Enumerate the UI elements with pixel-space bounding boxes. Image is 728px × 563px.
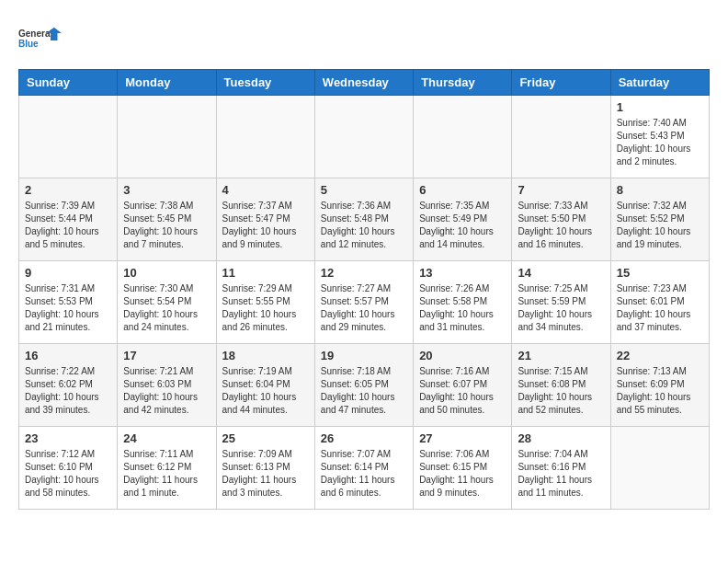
logo-svg: General Blue [18, 18, 64, 60]
calendar-day-cell: 10Sunrise: 7:30 AM Sunset: 5:54 PM Dayli… [118, 261, 216, 344]
day-info: Sunrise: 7:27 AM Sunset: 5:57 PM Dayligh… [321, 282, 407, 334]
calendar-week-row: 1Sunrise: 7:40 AM Sunset: 5:43 PM Daylig… [19, 96, 710, 178]
calendar-week-row: 9Sunrise: 7:31 AM Sunset: 5:53 PM Daylig… [19, 261, 710, 344]
weekday-header-tuesday: Tuesday [216, 70, 314, 96]
day-info: Sunrise: 7:19 AM Sunset: 6:04 PM Dayligh… [222, 365, 309, 417]
calendar-day-cell: 14Sunrise: 7:25 AM Sunset: 5:59 PM Dayli… [512, 261, 610, 344]
day-number: 9 [25, 266, 111, 280]
day-info: Sunrise: 7:11 AM Sunset: 6:12 PM Dayligh… [123, 448, 210, 500]
day-number: 16 [25, 349, 111, 362]
day-number: 10 [123, 266, 210, 280]
day-number: 13 [419, 266, 506, 280]
day-number: 24 [123, 431, 210, 445]
day-info: Sunrise: 7:04 AM Sunset: 6:16 PM Dayligh… [518, 448, 604, 500]
logo: General Blue [18, 18, 64, 60]
day-info: Sunrise: 7:06 AM Sunset: 6:15 PM Dayligh… [419, 448, 506, 500]
day-number: 8 [617, 183, 703, 197]
calendar-day-cell: 23Sunrise: 7:12 AM Sunset: 6:10 PM Dayli… [19, 427, 118, 510]
calendar-day-cell: 27Sunrise: 7:06 AM Sunset: 6:15 PM Dayli… [414, 427, 512, 510]
calendar-day-cell: 3Sunrise: 7:38 AM Sunset: 5:45 PM Daylig… [118, 178, 216, 261]
day-number: 6 [419, 183, 506, 197]
weekday-header-friday: Friday [512, 70, 610, 96]
calendar-day-cell: 6Sunrise: 7:35 AM Sunset: 5:49 PM Daylig… [414, 178, 512, 261]
day-info: Sunrise: 7:12 AM Sunset: 6:10 PM Dayligh… [25, 448, 111, 500]
weekday-header-monday: Monday [118, 70, 216, 96]
calendar-day-cell: 1Sunrise: 7:40 AM Sunset: 5:43 PM Daylig… [610, 96, 709, 178]
calendar-day-cell: 4Sunrise: 7:37 AM Sunset: 5:47 PM Daylig… [216, 178, 314, 261]
day-number: 15 [617, 266, 703, 280]
calendar-day-cell: 18Sunrise: 7:19 AM Sunset: 6:04 PM Dayli… [216, 344, 314, 427]
calendar-day-cell: 19Sunrise: 7:18 AM Sunset: 6:05 PM Dayli… [314, 344, 413, 427]
calendar-day-cell: 24Sunrise: 7:11 AM Sunset: 6:12 PM Dayli… [118, 427, 216, 510]
day-number: 17 [123, 349, 210, 362]
calendar-week-row: 16Sunrise: 7:22 AM Sunset: 6:02 PM Dayli… [19, 344, 710, 427]
calendar-day-cell [216, 96, 314, 178]
day-number: 28 [518, 431, 604, 445]
day-number: 22 [617, 349, 703, 362]
calendar-day-cell: 2Sunrise: 7:39 AM Sunset: 5:44 PM Daylig… [19, 178, 118, 261]
day-info: Sunrise: 7:31 AM Sunset: 5:53 PM Dayligh… [25, 282, 111, 334]
calendar-day-cell [512, 96, 610, 178]
calendar-day-cell: 22Sunrise: 7:13 AM Sunset: 6:09 PM Dayli… [610, 344, 709, 427]
weekday-header-thursday: Thursday [414, 70, 512, 96]
day-info: Sunrise: 7:09 AM Sunset: 6:13 PM Dayligh… [222, 448, 309, 500]
calendar-day-cell: 25Sunrise: 7:09 AM Sunset: 6:13 PM Dayli… [216, 427, 314, 510]
calendar-day-cell [314, 96, 413, 178]
day-number: 18 [222, 349, 309, 362]
calendar-day-cell: 28Sunrise: 7:04 AM Sunset: 6:16 PM Dayli… [512, 427, 610, 510]
day-info: Sunrise: 7:38 AM Sunset: 5:45 PM Dayligh… [123, 200, 210, 251]
calendar-day-cell [414, 96, 512, 178]
day-number: 1 [617, 100, 703, 114]
calendar-day-cell [19, 96, 118, 178]
day-info: Sunrise: 7:35 AM Sunset: 5:49 PM Dayligh… [419, 200, 506, 251]
day-number: 12 [321, 266, 407, 280]
day-info: Sunrise: 7:16 AM Sunset: 6:07 PM Dayligh… [419, 365, 506, 417]
calendar-day-cell [610, 427, 709, 510]
day-info: Sunrise: 7:36 AM Sunset: 5:48 PM Dayligh… [321, 200, 407, 251]
day-info: Sunrise: 7:40 AM Sunset: 5:43 PM Dayligh… [617, 117, 703, 168]
day-number: 21 [518, 349, 604, 362]
weekday-header-wednesday: Wednesday [314, 70, 413, 96]
weekday-header-saturday: Saturday [610, 70, 709, 96]
day-number: 26 [321, 431, 407, 445]
day-number: 20 [419, 349, 506, 362]
day-info: Sunrise: 7:37 AM Sunset: 5:47 PM Dayligh… [222, 200, 309, 251]
calendar-day-cell: 5Sunrise: 7:36 AM Sunset: 5:48 PM Daylig… [314, 178, 413, 261]
day-info: Sunrise: 7:07 AM Sunset: 6:14 PM Dayligh… [321, 448, 407, 500]
calendar-day-cell: 9Sunrise: 7:31 AM Sunset: 5:53 PM Daylig… [19, 261, 118, 344]
day-info: Sunrise: 7:39 AM Sunset: 5:44 PM Dayligh… [25, 200, 111, 251]
calendar-day-cell: 17Sunrise: 7:21 AM Sunset: 6:03 PM Dayli… [118, 344, 216, 427]
day-number: 11 [222, 266, 309, 280]
calendar-day-cell: 20Sunrise: 7:16 AM Sunset: 6:07 PM Dayli… [414, 344, 512, 427]
page-header: General Blue [18, 18, 710, 60]
day-info: Sunrise: 7:25 AM Sunset: 5:59 PM Dayligh… [518, 282, 604, 334]
day-info: Sunrise: 7:29 AM Sunset: 5:55 PM Dayligh… [222, 282, 309, 334]
day-info: Sunrise: 7:15 AM Sunset: 6:08 PM Dayligh… [518, 365, 604, 417]
day-info: Sunrise: 7:18 AM Sunset: 6:05 PM Dayligh… [321, 365, 407, 417]
calendar-day-cell: 12Sunrise: 7:27 AM Sunset: 5:57 PM Dayli… [314, 261, 413, 344]
day-number: 23 [25, 431, 111, 445]
day-number: 3 [123, 183, 210, 197]
calendar-day-cell: 26Sunrise: 7:07 AM Sunset: 6:14 PM Dayli… [314, 427, 413, 510]
calendar-table: SundayMondayTuesdayWednesdayThursdayFrid… [18, 69, 710, 510]
weekday-header-row: SundayMondayTuesdayWednesdayThursdayFrid… [19, 70, 710, 96]
svg-text:General: General [18, 29, 52, 39]
calendar-day-cell: 16Sunrise: 7:22 AM Sunset: 6:02 PM Dayli… [19, 344, 118, 427]
day-info: Sunrise: 7:22 AM Sunset: 6:02 PM Dayligh… [25, 365, 111, 417]
calendar-day-cell: 11Sunrise: 7:29 AM Sunset: 5:55 PM Dayli… [216, 261, 314, 344]
day-info: Sunrise: 7:32 AM Sunset: 5:52 PM Dayligh… [617, 200, 703, 251]
calendar-day-cell: 7Sunrise: 7:33 AM Sunset: 5:50 PM Daylig… [512, 178, 610, 261]
day-info: Sunrise: 7:21 AM Sunset: 6:03 PM Dayligh… [123, 365, 210, 417]
day-info: Sunrise: 7:23 AM Sunset: 6:01 PM Dayligh… [617, 282, 703, 334]
day-number: 27 [419, 431, 506, 445]
day-info: Sunrise: 7:13 AM Sunset: 6:09 PM Dayligh… [617, 365, 703, 417]
calendar-week-row: 2Sunrise: 7:39 AM Sunset: 5:44 PM Daylig… [19, 178, 710, 261]
day-number: 5 [321, 183, 407, 197]
calendar-day-cell: 15Sunrise: 7:23 AM Sunset: 6:01 PM Dayli… [610, 261, 709, 344]
day-info: Sunrise: 7:30 AM Sunset: 5:54 PM Dayligh… [123, 282, 210, 334]
calendar-week-row: 23Sunrise: 7:12 AM Sunset: 6:10 PM Dayli… [19, 427, 710, 510]
day-number: 25 [222, 431, 309, 445]
day-number: 7 [518, 183, 604, 197]
calendar-day-cell: 13Sunrise: 7:26 AM Sunset: 5:58 PM Dayli… [414, 261, 512, 344]
calendar-day-cell: 8Sunrise: 7:32 AM Sunset: 5:52 PM Daylig… [610, 178, 709, 261]
